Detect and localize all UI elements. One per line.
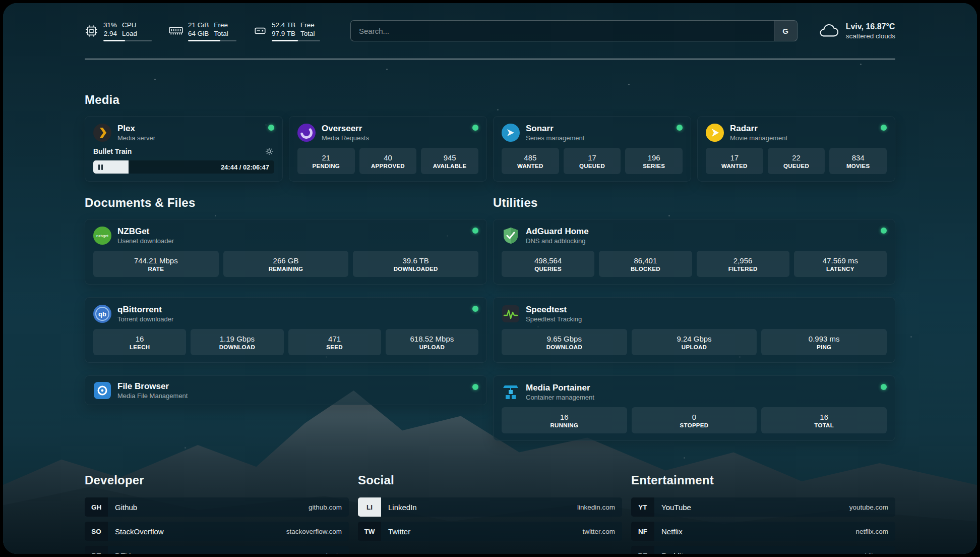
bookmark-domain: stackoverflow.com <box>286 528 349 535</box>
cpu-load-label: Load <box>122 29 137 38</box>
overseerr-header[interactable]: Overseerr Media Requests <box>297 123 478 142</box>
app-card-overseerr[interactable]: Overseerr Media Requests 21 PENDING 40 A… <box>289 116 487 182</box>
stat-label: DOWNLOAD <box>219 344 255 350</box>
bookmark-youtube[interactable]: YT YouTube youtube.com <box>631 497 895 517</box>
bookmark-stackoverflow[interactable]: SO StackOverflow stackoverflow.com <box>85 522 349 541</box>
stat-value: 47.569 ms <box>823 256 858 265</box>
bookmark-github[interactable]: GH Github github.com <box>85 497 349 517</box>
stat-value: 498,564 <box>534 256 562 265</box>
stat-label: UPLOAD <box>682 344 707 350</box>
app-card-portainer[interactable]: Media Portainer Container management 16 … <box>493 375 895 441</box>
disk-total-value: 97.9 TB <box>272 29 295 38</box>
memory-icon <box>169 25 183 37</box>
qbittorrent-icon: qb <box>93 305 111 323</box>
plex-settings-button[interactable] <box>264 146 274 156</box>
twitter-icon: TW <box>358 522 381 541</box>
stat-value: 16 <box>560 413 569 421</box>
stat-value: 17 <box>588 153 596 162</box>
netflix-icon: NF <box>631 522 654 541</box>
bookmark-linkedin[interactable]: LI LinkedIn linkedin.com <box>358 497 622 517</box>
status-dot-online <box>677 125 683 131</box>
adguard-header[interactable]: AdGuard Home DNS and adblocking <box>502 226 887 245</box>
bookmark-netflix[interactable]: NF Netflix netflix.com <box>631 522 895 541</box>
dev-icon: DT <box>85 546 108 554</box>
media-cards-row: Plex Media server Bullet Train <box>85 116 895 182</box>
speedtest-header[interactable]: Speedtest Speedtest Tracking <box>502 304 887 323</box>
nzbget-header[interactable]: nzbget NZBGet Usenet downloader <box>93 226 478 245</box>
bookmark-name: Github <box>115 503 137 512</box>
reddit-icon: RE <box>631 546 654 554</box>
stat-label: QUEUED <box>579 163 605 169</box>
section-title-utilities: Utilities <box>493 196 895 210</box>
app-card-plex[interactable]: Plex Media server Bullet Train <box>85 116 283 182</box>
stat-value: 40 <box>384 153 392 162</box>
search-engine-button[interactable]: G <box>774 21 797 41</box>
stat-label: RUNNING <box>550 422 578 428</box>
stat-label: SEED <box>326 344 343 350</box>
app-card-speedtest[interactable]: Speedtest Speedtest Tracking 9.65 Gbps D… <box>493 297 895 363</box>
stat-tile-remaining: 266 GB REMAINING <box>223 251 349 277</box>
search-bar: G <box>350 20 798 41</box>
ram-total-value: 64 GiB <box>188 29 209 38</box>
overseerr-icon <box>297 124 316 142</box>
stat-label: FILTERED <box>728 266 758 272</box>
bookmark-twitter[interactable]: TW Twitter twitter.com <box>358 522 622 541</box>
sonarr-header[interactable]: Sonarr Series management <box>502 123 683 142</box>
stat-label: PING <box>817 344 831 350</box>
disk-free-value: 52.4 TB <box>272 21 295 29</box>
bookmark-reddit[interactable]: RE Reddit reddit.com <box>631 546 895 554</box>
ram-stat: 21 GiB 64 GiB Free Total <box>169 21 236 41</box>
cpu-percent: 31% <box>103 21 117 29</box>
filebrowser-header[interactable]: File Browser Media File Management <box>93 381 478 400</box>
app-card-radarr[interactable]: Radarr Movie management 17 WANTED 22 QUE… <box>697 116 895 182</box>
app-card-sonarr[interactable]: Sonarr Series management 485 WANTED 17 Q… <box>493 116 691 182</box>
bookmark-name: LinkedIn <box>388 503 417 512</box>
bookmark-name: Twitter <box>388 527 410 536</box>
stat-value: 1.19 Gbps <box>220 335 255 343</box>
ram-free-label: Free <box>214 21 228 29</box>
bookmark-domain: netflix.com <box>855 528 895 535</box>
cloud-icon <box>818 23 840 39</box>
pause-button[interactable] <box>93 164 103 170</box>
stat-tile-seed: 471 SEED <box>288 329 381 355</box>
search-input[interactable] <box>351 21 774 41</box>
stat-tile-queued: 17 QUEUED <box>564 148 621 174</box>
stat-label: UPLOAD <box>419 344 445 350</box>
section-title-entertainment: Entertainment <box>631 473 895 487</box>
app-subtitle: Media Requests <box>322 134 369 142</box>
bookmark-dev[interactable]: DT DEV dev.to <box>85 546 349 554</box>
stat-value: 21 <box>322 153 330 162</box>
app-name: File Browser <box>117 381 188 392</box>
stat-tile-queries: 498,564 QUERIES <box>502 251 594 277</box>
app-name: Radarr <box>730 123 787 134</box>
app-card-nzbget[interactable]: nzbget NZBGet Usenet downloader 744.21 M… <box>85 219 487 285</box>
app-card-filebrowser[interactable]: File Browser Media File Management <box>85 375 487 405</box>
app-name: NZBGet <box>117 226 174 237</box>
qbittorrent-header[interactable]: qb qBittorrent Torrent downloader <box>93 304 478 323</box>
stat-value: 16 <box>820 413 828 421</box>
radarr-header[interactable]: Radarr Movie management <box>706 123 887 142</box>
stat-tile-available: 945 AVAILABLE <box>421 148 478 174</box>
dashboard-screen: 31% 2.94 CPU Load <box>3 3 977 554</box>
stat-label: LEECH <box>130 344 150 350</box>
portainer-header[interactable]: Media Portainer Container management <box>502 382 887 401</box>
section-title-social: Social <box>358 473 622 487</box>
stat-value: 485 <box>524 153 536 162</box>
bookmark-name: Reddit <box>661 551 683 554</box>
stat-tile-total: 16 TOTAL <box>761 407 887 433</box>
ram-stat-body: 21 GiB 64 GiB Free Total <box>188 21 236 41</box>
status-dot-online <box>881 125 887 131</box>
section-title-media: Media <box>85 93 895 107</box>
stat-tile-series: 196 SERIES <box>625 148 683 174</box>
plex-header[interactable]: Plex Media server <box>93 123 274 142</box>
stat-tile-blocked: 86,401 BLOCKED <box>599 251 692 277</box>
app-name: Speedtest <box>526 304 582 315</box>
ram-free-value: 21 GiB <box>188 21 209 29</box>
stat-tile-stopped: 0 STOPPED <box>632 407 757 433</box>
stat-value: 86,401 <box>634 256 657 265</box>
section-documents: Documents & Files nzbget NZBGet Usenet d… <box>85 182 487 405</box>
bookmark-name: YouTube <box>661 503 691 512</box>
app-name: Media Portainer <box>526 382 594 393</box>
app-card-adguard[interactable]: AdGuard Home DNS and adblocking 498,564 … <box>493 219 895 285</box>
app-card-qbittorrent[interactable]: qb qBittorrent Torrent downloader 16 LEE… <box>85 297 487 363</box>
